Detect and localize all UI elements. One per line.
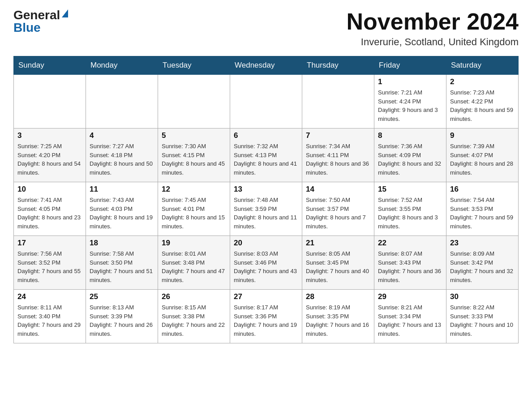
day-info: Sunrise: 8:01 AMSunset: 3:48 PMDaylight:… (162, 249, 226, 284)
week-row-3: 10Sunrise: 7:41 AMSunset: 4:05 PMDayligh… (14, 182, 519, 236)
calendar-cell: 26Sunrise: 8:15 AMSunset: 3:38 PMDayligh… (158, 290, 230, 343)
calendar-cell: 12Sunrise: 7:45 AMSunset: 4:01 PMDayligh… (158, 182, 230, 236)
logo-triangle-icon (62, 9, 68, 17)
title-area: November 2024 Inverurie, Scotland, Unite… (347, 9, 519, 48)
month-title: November 2024 (347, 9, 519, 34)
day-info: Sunrise: 7:43 AMSunset: 4:03 PMDaylight:… (90, 196, 154, 231)
calendar-cell: 10Sunrise: 7:41 AMSunset: 4:05 PMDayligh… (14, 182, 86, 236)
calendar-cell: 21Sunrise: 8:05 AMSunset: 3:45 PMDayligh… (302, 236, 374, 290)
day-info: Sunrise: 7:21 AMSunset: 4:24 PMDaylight:… (378, 88, 442, 123)
logo: General Blue (13, 9, 68, 34)
day-number: 15 (378, 185, 442, 194)
day-number: 24 (17, 292, 82, 301)
day-header-friday: Friday (374, 56, 446, 75)
calendar-cell: 15Sunrise: 7:52 AMSunset: 3:55 PMDayligh… (374, 182, 446, 236)
day-number: 1 (378, 77, 442, 86)
day-header-thursday: Thursday (302, 56, 374, 75)
calendar-cell (230, 75, 302, 128)
calendar-cell: 14Sunrise: 7:50 AMSunset: 3:57 PMDayligh… (302, 182, 374, 236)
day-number: 5 (162, 131, 226, 140)
day-number: 28 (306, 292, 370, 301)
day-info: Sunrise: 7:23 AMSunset: 4:22 PMDaylight:… (450, 88, 515, 123)
day-info: Sunrise: 8:11 AMSunset: 3:40 PMDaylight:… (17, 303, 82, 338)
day-info: Sunrise: 7:39 AMSunset: 4:07 PMDaylight:… (450, 142, 515, 177)
day-header-saturday: Saturday (446, 56, 519, 75)
day-info: Sunrise: 8:07 AMSunset: 3:43 PMDaylight:… (378, 249, 442, 284)
calendar-cell: 30Sunrise: 8:22 AMSunset: 3:33 PMDayligh… (446, 290, 519, 343)
day-number: 9 (450, 131, 515, 140)
week-row-4: 17Sunrise: 7:56 AMSunset: 3:52 PMDayligh… (14, 236, 519, 290)
day-number: 2 (450, 77, 515, 86)
day-info: Sunrise: 8:17 AMSunset: 3:36 PMDaylight:… (234, 303, 298, 338)
day-header-sunday: Sunday (14, 56, 86, 75)
week-row-5: 24Sunrise: 8:11 AMSunset: 3:40 PMDayligh… (14, 290, 519, 343)
day-info: Sunrise: 7:36 AMSunset: 4:09 PMDaylight:… (378, 142, 442, 177)
calendar-cell: 8Sunrise: 7:36 AMSunset: 4:09 PMDaylight… (374, 128, 446, 182)
days-header-row: SundayMondayTuesdayWednesdayThursdayFrid… (14, 56, 519, 75)
day-info: Sunrise: 7:48 AMSunset: 3:59 PMDaylight:… (234, 196, 298, 231)
day-number: 21 (306, 239, 370, 248)
day-info: Sunrise: 7:34 AMSunset: 4:11 PMDaylight:… (306, 142, 370, 177)
day-info: Sunrise: 7:32 AMSunset: 4:13 PMDaylight:… (234, 142, 298, 177)
calendar-cell: 23Sunrise: 8:09 AMSunset: 3:42 PMDayligh… (446, 236, 519, 290)
day-info: Sunrise: 8:22 AMSunset: 3:33 PMDaylight:… (450, 303, 515, 338)
day-info: Sunrise: 8:09 AMSunset: 3:42 PMDaylight:… (450, 249, 515, 284)
day-number: 16 (450, 185, 515, 194)
calendar-cell: 13Sunrise: 7:48 AMSunset: 3:59 PMDayligh… (230, 182, 302, 236)
day-number: 25 (90, 292, 154, 301)
calendar-cell: 24Sunrise: 8:11 AMSunset: 3:40 PMDayligh… (14, 290, 86, 343)
calendar-cell: 6Sunrise: 7:32 AMSunset: 4:13 PMDaylight… (230, 128, 302, 182)
day-number: 19 (162, 239, 226, 248)
day-number: 4 (90, 131, 154, 140)
calendar-cell: 2Sunrise: 7:23 AMSunset: 4:22 PMDaylight… (446, 75, 519, 128)
day-number: 23 (450, 239, 515, 248)
day-header-tuesday: Tuesday (158, 56, 230, 75)
calendar-cell: 22Sunrise: 8:07 AMSunset: 3:43 PMDayligh… (374, 236, 446, 290)
day-number: 17 (17, 239, 82, 248)
logo-blue-text: Blue (13, 21, 41, 34)
day-info: Sunrise: 7:58 AMSunset: 3:50 PMDaylight:… (90, 249, 154, 284)
day-number: 6 (234, 131, 298, 140)
day-number: 3 (17, 131, 82, 140)
day-number: 14 (306, 185, 370, 194)
calendar-cell: 28Sunrise: 8:19 AMSunset: 3:35 PMDayligh… (302, 290, 374, 343)
calendar-cell: 18Sunrise: 7:58 AMSunset: 3:50 PMDayligh… (86, 236, 158, 290)
calendar-cell (302, 75, 374, 128)
day-number: 8 (378, 131, 442, 140)
page-header: General Blue November 2024 Inverurie, Sc… (13, 9, 519, 48)
day-info: Sunrise: 7:56 AMSunset: 3:52 PMDaylight:… (17, 249, 82, 284)
calendar-cell: 9Sunrise: 7:39 AMSunset: 4:07 PMDaylight… (446, 128, 519, 182)
day-number: 22 (378, 239, 442, 248)
day-number: 27 (234, 292, 298, 301)
day-info: Sunrise: 7:52 AMSunset: 3:55 PMDaylight:… (378, 196, 442, 231)
day-number: 29 (378, 292, 442, 301)
location-subtitle: Inverurie, Scotland, United Kingdom (347, 36, 519, 48)
calendar-cell (86, 75, 158, 128)
day-info: Sunrise: 8:15 AMSunset: 3:38 PMDaylight:… (162, 303, 226, 338)
day-info: Sunrise: 8:21 AMSunset: 3:34 PMDaylight:… (378, 303, 442, 338)
day-info: Sunrise: 7:25 AMSunset: 4:20 PMDaylight:… (17, 142, 82, 177)
day-number: 12 (162, 185, 226, 194)
calendar-cell: 11Sunrise: 7:43 AMSunset: 4:03 PMDayligh… (86, 182, 158, 236)
day-info: Sunrise: 7:54 AMSunset: 3:53 PMDaylight:… (450, 196, 515, 231)
calendar-cell: 17Sunrise: 7:56 AMSunset: 3:52 PMDayligh… (14, 236, 86, 290)
calendar-cell: 25Sunrise: 8:13 AMSunset: 3:39 PMDayligh… (86, 290, 158, 343)
calendar-cell: 19Sunrise: 8:01 AMSunset: 3:48 PMDayligh… (158, 236, 230, 290)
calendar-cell: 4Sunrise: 7:27 AMSunset: 4:18 PMDaylight… (86, 128, 158, 182)
calendar-cell (14, 75, 86, 128)
logo-general-text: General (13, 9, 60, 21)
day-header-monday: Monday (86, 56, 158, 75)
day-number: 10 (17, 185, 82, 194)
calendar-cell: 27Sunrise: 8:17 AMSunset: 3:36 PMDayligh… (230, 290, 302, 343)
day-info: Sunrise: 7:30 AMSunset: 4:15 PMDaylight:… (162, 142, 226, 177)
day-info: Sunrise: 8:05 AMSunset: 3:45 PMDaylight:… (306, 249, 370, 284)
day-number: 11 (90, 185, 154, 194)
day-header-wednesday: Wednesday (230, 56, 302, 75)
week-row-2: 3Sunrise: 7:25 AMSunset: 4:20 PMDaylight… (14, 128, 519, 182)
calendar-cell: 3Sunrise: 7:25 AMSunset: 4:20 PMDaylight… (14, 128, 86, 182)
day-info: Sunrise: 8:13 AMSunset: 3:39 PMDaylight:… (90, 303, 154, 338)
day-number: 26 (162, 292, 226, 301)
day-info: Sunrise: 7:50 AMSunset: 3:57 PMDaylight:… (306, 196, 370, 231)
day-info: Sunrise: 7:41 AMSunset: 4:05 PMDaylight:… (17, 196, 82, 231)
week-row-1: 1Sunrise: 7:21 AMSunset: 4:24 PMDaylight… (14, 75, 519, 128)
